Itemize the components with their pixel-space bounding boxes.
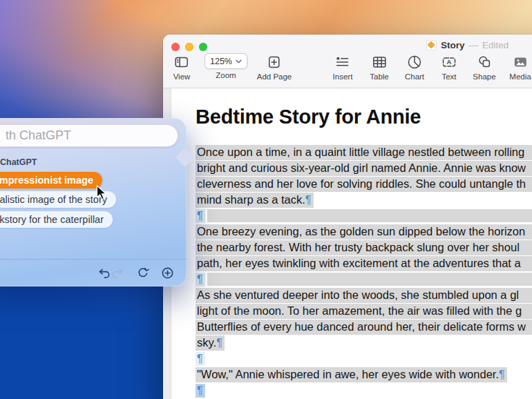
toolbar-shape-button[interactable]: Shape [473, 53, 495, 81]
toolbar-media-button[interactable]: Media [509, 53, 531, 81]
suggestion-chip-backstory[interactable]: kstory for the caterpillar [0, 211, 113, 228]
suggestion-chip-impressionist-image[interactable]: l impressionist image [0, 172, 102, 188]
pages-doc-icon [426, 40, 437, 50]
toolbar-table-button[interactable]: Table [370, 53, 389, 81]
document-page[interactable]: Bedtime Story for Annie Once upon a time… [196, 88, 532, 399]
search-placeholder: th ChatGPT [6, 128, 71, 143]
redo-button[interactable] [111, 266, 124, 280]
chevron-down-icon [236, 59, 242, 64]
text-line[interactable]: ¶ [196, 382, 532, 398]
document-content: Bedtime Story for Annie Once upon a time… [163, 88, 532, 399]
fullscreen-button[interactable] [199, 43, 207, 51]
chatgpt-search-field[interactable]: th ChatGPT [0, 124, 178, 147]
text-line[interactable]: ¶ [196, 351, 532, 367]
minimize-button[interactable] [185, 43, 193, 51]
panel-actions [90, 266, 174, 280]
svg-text:A: A [447, 58, 452, 66]
undo-icon [97, 266, 111, 280]
chart-icon [406, 53, 423, 70]
window-title: Story [441, 40, 465, 50]
text-line[interactable]: As she ventured deeper into the woods, s… [196, 287, 532, 303]
text-line[interactable]: ¶ [196, 208, 532, 224]
chatgpt-panel: th ChatGPT ChatGPT l impressionist image… [0, 118, 187, 286]
plus-circle-icon [161, 266, 174, 280]
insert-icon [334, 53, 351, 70]
text-line[interactable]: light of the moon. To her amazement, the… [196, 303, 532, 319]
window-titlebar[interactable]: Story — Edited View 125% Zoom [163, 35, 532, 88]
redo-icon [111, 266, 124, 280]
text-line[interactable]: Once upon a time, in a quaint little vil… [196, 144, 532, 160]
undo-button[interactable] [97, 266, 111, 280]
shape-icon [476, 53, 493, 70]
document-heading[interactable]: Bedtime Story for Annie [196, 106, 532, 128]
table-icon [371, 53, 388, 70]
toolbar-view-button[interactable]: View [173, 53, 191, 81]
toolbar-add-page-button[interactable]: Add Page [257, 53, 292, 81]
text-line[interactable]: bright and curious six-year-old girl nam… [196, 160, 532, 176]
pages-window: Story — Edited View 125% Zoom [163, 35, 532, 399]
text-line[interactable]: mind sharp as a tack.¶ [196, 192, 532, 208]
text-line[interactable]: One breezy evening, as the golden sun di… [196, 224, 532, 240]
toolbar-zoom-control[interactable]: 125% Zoom [205, 53, 247, 79]
zoom-value: 125% [210, 57, 232, 66]
text-line[interactable]: Butterflies of every hue danced around h… [196, 319, 532, 335]
toolbar-text-button[interactable]: A Text [441, 53, 457, 81]
desktop-wallpaper: Story — Edited View 125% Zoom [0, 0, 532, 399]
traffic-lights [171, 43, 207, 51]
zoom-dropdown[interactable]: 125% [205, 53, 247, 69]
close-button[interactable] [171, 43, 180, 51]
add-page-icon [266, 53, 283, 70]
sidebar-view-icon [173, 53, 190, 70]
edited-status: Edited [482, 40, 509, 50]
text-line[interactable]: sky.¶ [196, 335, 532, 351]
toolbar-insert-button[interactable]: Insert [333, 53, 353, 81]
window-title-group: Story — Edited [426, 39, 509, 51]
add-button[interactable] [160, 266, 174, 280]
text-line[interactable]: path, her eyes twinkling with excitement… [196, 255, 532, 271]
panel-divider [0, 259, 187, 260]
refresh-button[interactable] [135, 266, 149, 280]
toolbar-chart-button[interactable]: Chart [405, 53, 424, 81]
text-line[interactable]: the nearby forest. With her trusty backp… [196, 240, 532, 255]
refresh-icon [136, 266, 149, 280]
mouse-cursor [96, 185, 107, 202]
media-icon [512, 53, 529, 70]
text-line[interactable]: ¶ [196, 271, 532, 287]
section-label: ChatGPT [0, 157, 37, 167]
document-lines: Once upon a time, in a quaint little vil… [196, 144, 532, 398]
text-box-icon: A [441, 53, 457, 70]
text-line[interactable]: "Wow," Annie whispered in awe, her eyes … [196, 367, 532, 382]
title-separator: — [469, 40, 479, 50]
text-line[interactable]: cleverness and her love for solving ridd… [196, 176, 532, 192]
